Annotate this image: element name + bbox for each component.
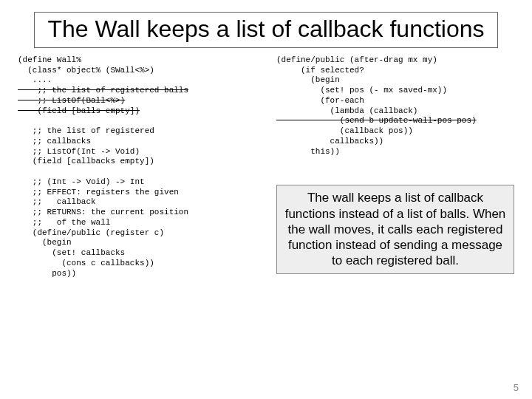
explain-text: The wall keeps a list of callback functi… <box>285 191 506 267</box>
code-right: (define/public (after-drag mx my) (if se… <box>276 55 514 157</box>
slide: The Wall keeps a list of callback functi… <box>0 0 532 399</box>
code-left-strike: ;; the list of registered balls ;; ListO… <box>18 86 188 115</box>
code-left: (define Wall% (class* object% (SWall<%>)… <box>18 55 256 279</box>
slide-title: The Wall keeps a list of callback functi… <box>42 16 490 43</box>
code-right-top: (define/public (after-drag mx my) (if se… <box>276 55 447 115</box>
title-box: The Wall keeps a list of callback functi… <box>34 12 498 48</box>
right-column: (define/public (after-drag mx my) (if se… <box>276 55 514 279</box>
page-number: 5 <box>514 382 519 393</box>
code-right-strike: (send b update-wall-pos pos) <box>276 116 477 125</box>
content-row: (define Wall% (class* object% (SWall<%>)… <box>18 55 514 279</box>
code-left-top: (define Wall% (class* object% (SWall<%>)… <box>18 55 154 85</box>
left-column: (define Wall% (class* object% (SWall<%>)… <box>18 55 256 279</box>
code-right-bottom: (callback pos)) callbacks)) this)) <box>276 126 413 156</box>
explain-box: The wall keeps a list of callback functi… <box>276 185 514 273</box>
code-left-mid: ;; the list of registered ;; callbacks ;… <box>18 126 188 278</box>
